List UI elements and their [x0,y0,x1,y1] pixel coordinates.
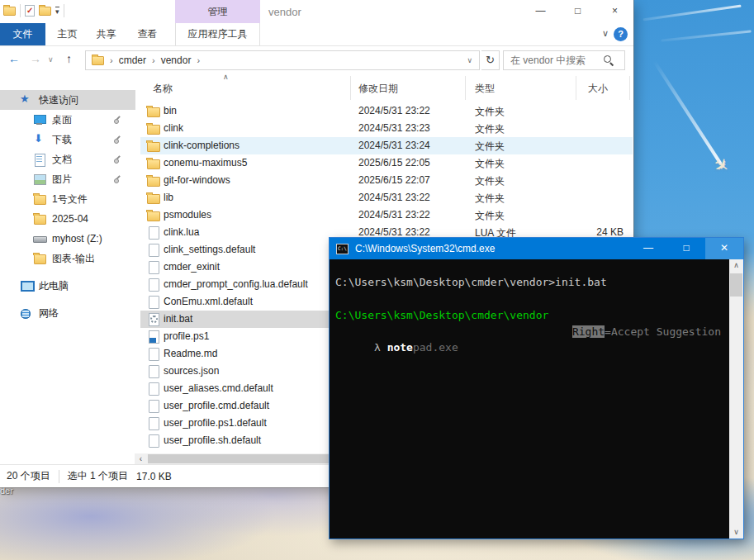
cmd-output[interactable]: C:\Users\ksm\Desktop\cmder\vendor>init.b… [330,259,729,539]
contrail-streak [643,5,741,21]
folder-icon [33,252,46,265]
breadcrumb-cmder[interactable]: cmder [119,55,146,66]
file-name: user_profile.sh.default [164,434,349,446]
cmd-path-text: C:\Users\ksm\Desktop\cmder\vendor [335,309,548,321]
file-type: 文件夹 [475,140,505,154]
toolbar-separator [20,4,21,17]
file-icon [147,382,160,396]
address-dropdown-icon[interactable]: ∨ [467,56,479,64]
file-date-modified: 2024/5/31 23:22 [358,209,430,221]
expand-ribbon-chevron-icon[interactable]: ∨ [602,28,609,39]
tab-view[interactable]: 查看 [128,23,167,45]
pc-icon [20,279,33,292]
explorer-titlebar[interactable]: ▾ 管理 vendor — □ × [0,0,633,23]
file-row[interactable]: lib2024/5/31 23:22文件夹 [140,189,633,206]
search-input[interactable] [504,55,601,66]
sidebar-item-folder-2025-04[interactable]: 2025-04 [0,209,135,229]
properties-icon[interactable] [25,5,35,17]
minimize-button[interactable]: — [522,0,559,23]
help-icon[interactable]: ? [614,27,628,41]
sidebar-item-documents[interactable]: 文档 [0,149,135,169]
cmd-close-button[interactable]: ✕ [705,238,743,259]
sidebar-item-label: 图片 [52,173,72,187]
sidebar-item-network[interactable]: 网络 [0,303,135,323]
back-icon[interactable]: ← [8,52,20,65]
file-row[interactable]: bin2024/5/31 23:22文件夹 [140,102,633,120]
file-name: init.bat [164,313,349,325]
file-row[interactable]: conemu-maximus52025/6/15 22:05文件夹 [140,154,633,172]
file-name: clink-completions [164,140,349,151]
search-icon[interactable] [603,55,614,66]
sidebar-item-quick-access[interactable]: 快速访问 [0,90,135,110]
drive-icon [33,232,46,245]
column-divider[interactable] [629,76,630,100]
column-divider[interactable] [576,76,576,100]
cmd-minimize-button[interactable]: — [629,238,667,259]
column-divider[interactable] [465,76,466,100]
selection-count: 选中 1 个项目 [68,469,128,483]
cmd-app-icon[interactable] [336,244,349,254]
sidebar-item-drive-z[interactable]: myhost (Z:) [0,229,135,249]
cmd-line-blank [335,291,723,307]
history-dropdown-icon[interactable]: ∨ [48,55,54,64]
column-header-type[interactable]: 类型 [475,82,495,96]
selection-size: 17.0 KB [136,471,172,482]
forward-icon[interactable]: → [30,52,41,65]
folder-icon [33,212,46,225]
new-folder-icon[interactable] [39,7,51,16]
sidebar-item-downloads[interactable]: 下载 [0,130,135,149]
pin-icon [114,135,122,144]
folder-icon [147,192,160,205]
crumb-separator-icon: › [146,55,161,65]
window-controls: — □ × [522,0,633,23]
scroll-down-icon[interactable]: ∨ [729,526,743,539]
scroll-up-icon[interactable]: ∧ [729,259,743,272]
address-bar-row: ← → ∨ ↑ › cmder › vendor › ∨ ↻ [0,47,633,74]
file-name: profile.ps1 [164,330,349,342]
address-breadcrumb[interactable]: › cmder › vendor › ∨ [85,50,480,70]
refresh-icon[interactable]: ↻ [481,50,500,70]
file-row[interactable]: clink2024/5/31 23:23文件夹 [140,120,633,137]
file-date-modified: 2025/6/15 22:07 [358,174,430,186]
column-header-name[interactable]: 名称 [153,82,173,96]
sidebar-item-label: 下载 [52,133,72,147]
tab-home[interactable]: 主页 [48,23,87,45]
file-size: 24 KB [553,226,624,238]
cmd-maximize-button[interactable]: □ [667,238,705,259]
breadcrumb-vendor[interactable]: vendor [161,55,192,66]
manage-contextual-tab[interactable]: 管理 [175,0,260,23]
crumb-separator-icon: › [104,55,119,65]
scroll-left-icon[interactable]: ‹ [135,453,147,464]
tab-application-tools[interactable]: 应用程序工具 [175,23,260,45]
explorer-app-icon[interactable] [3,7,16,16]
cmd-vertical-scrollbar[interactable]: ∧ ∨ [729,259,743,539]
file-row[interactable]: clink-completions2024/5/31 23:24文件夹 [140,137,633,154]
tab-file[interactable]: 文件 [0,23,45,45]
file-type: 文件夹 [475,122,505,136]
sidebar-item-label: 文档 [52,153,72,167]
sidebar-item-desktop[interactable]: 桌面 [0,110,135,130]
sidebar-item-this-pc[interactable]: 此电脑 [0,276,135,296]
file-icon [147,365,160,378]
file-icon [147,261,160,274]
search-box [503,50,625,70]
tab-share[interactable]: 共享 [87,23,126,45]
sidebar-item-pictures[interactable]: 图片 [0,169,135,189]
folder-icon [92,56,104,65]
cmd-scrollbar-thumb[interactable] [730,273,742,297]
column-header-date[interactable]: 修改日期 [358,82,398,96]
document-icon [33,153,46,166]
sidebar-item-folder-chart-output[interactable]: 图表-输出 [0,249,135,268]
close-button[interactable]: × [596,0,633,23]
file-row[interactable]: psmodules2024/5/31 23:22文件夹 [140,206,633,224]
sidebar-item-label: 2025-04 [52,213,88,225]
column-divider[interactable] [350,76,351,100]
toolbar-separator [64,4,64,17]
maximize-button[interactable]: □ [559,0,596,23]
sidebar-item-folder-no1[interactable]: 1号文件 [0,189,135,209]
customize-qat-dropdown-icon[interactable]: ▾ [55,7,59,15]
file-row[interactable]: git-for-windows2025/6/15 22:07文件夹 [140,172,633,189]
column-header-size[interactable]: 大小 [588,82,608,96]
cmd-titlebar[interactable]: C:\Windows\System32\cmd.exe — □ ✕ [330,238,743,259]
up-icon[interactable]: ↑ [66,52,72,65]
